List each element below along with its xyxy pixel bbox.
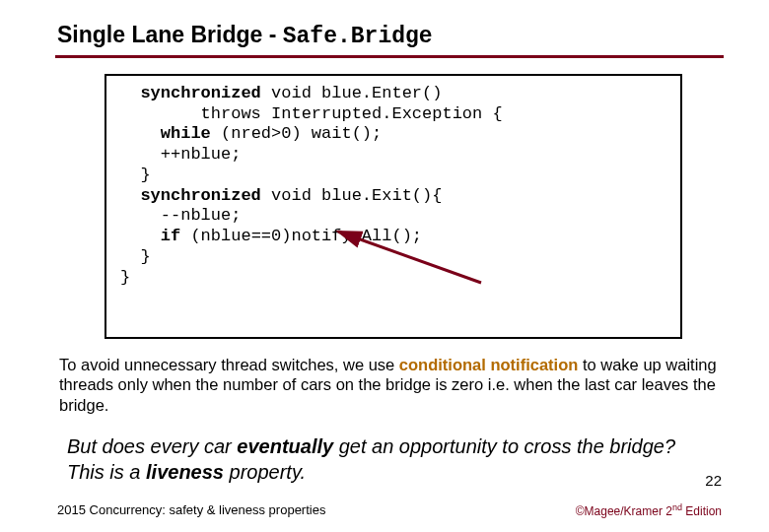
q-kw-eventually: eventually [237, 435, 333, 457]
para-highlight: conditional notification [399, 356, 578, 373]
code-l5: } [120, 166, 151, 184]
code-l9: } [120, 247, 151, 266]
title-text: Single Lane Bridge - [57, 22, 283, 47]
kw-synchronized-2: synchronized [120, 186, 261, 205]
footer-copyright: ©Magee/Kramer [576, 504, 666, 518]
code-l2: throws Interrupted.Exception { [120, 104, 503, 123]
title-rule [55, 55, 724, 58]
footer: 2015 Concurrency: safety & liveness prop… [0, 502, 769, 518]
kw-synchronized-1: synchronized [120, 84, 261, 102]
para-before: To avoid unnecessary thread switches, we… [59, 356, 399, 373]
code-l8b: (nblue==0)notify.All(); [180, 227, 422, 245]
code-l4: ++nblue; [120, 145, 241, 164]
q-part3: property. [224, 461, 306, 483]
footer-ord: 2 [665, 504, 672, 518]
slide-number: 22 [705, 472, 722, 489]
code-l3b: (nred>0) wait(); [211, 124, 382, 143]
explanation-paragraph: To avoid unnecessary thread switches, we… [59, 355, 720, 416]
footer-sup: nd [672, 502, 682, 512]
code-l7: --nblue; [120, 206, 241, 225]
footer-edition: Edition [682, 504, 722, 518]
slide-title: Single Lane Bridge - Safe.Bridge [57, 22, 722, 49]
kw-while: while [120, 124, 211, 143]
footer-left: 2015 Concurrency: safety & liveness prop… [57, 502, 325, 518]
q-kw-liveness: liveness [146, 461, 224, 483]
code-l10: } [120, 268, 130, 287]
q-part1: But does every car [67, 435, 237, 457]
footer-right: ©Magee/Kramer 2nd Edition [576, 502, 722, 518]
code-l1b: void blue.Enter() [261, 84, 443, 102]
code-box: synchronized void blue.Enter() throws In… [105, 74, 682, 339]
title-mono: Safe.Bridge [283, 24, 433, 49]
code-l6b: void blue.Exit(){ [261, 186, 443, 205]
kw-if: if [120, 227, 180, 245]
question-paragraph: But does every car eventually get an opp… [67, 433, 712, 485]
